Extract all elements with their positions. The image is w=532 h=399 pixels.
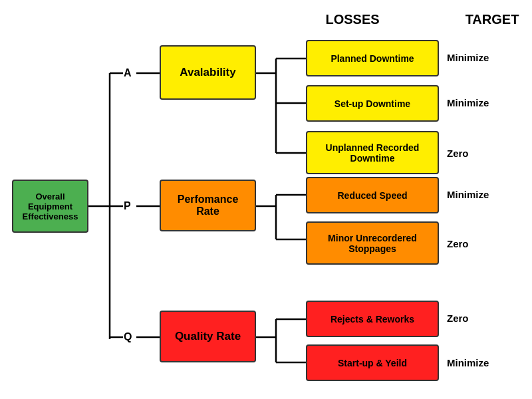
rejects-reworks-box: Rejects & Reworks (306, 301, 439, 337)
reduced-speed-box: Reduced Speed (306, 177, 439, 213)
losses-header: LOSSES (306, 12, 399, 27)
unplanned-downtime-box: Unplanned Recorded Downtime (306, 131, 439, 174)
diagram: LOSSES TARGET Overall Equipment Effectiv… (0, 0, 532, 399)
setup-downtime-target: Minimize (447, 97, 489, 108)
quality-box: Quality Rate (160, 311, 256, 362)
availability-box: Avalability (160, 45, 256, 100)
minor-stoppages-box: Minor Unrecordered Stoppages (306, 221, 439, 265)
oee-box: Overall Equipment Effectiveness (12, 180, 88, 233)
branch-a-label: A (124, 67, 132, 79)
performance-box: Perfomance Rate (160, 180, 256, 231)
minor-stoppages-target: Zero (447, 238, 469, 249)
unplanned-downtime-target: Zero (447, 148, 469, 159)
planned-downtime-target: Minimize (447, 52, 489, 63)
planned-downtime-box: Planned Downtime (306, 40, 439, 76)
startup-yeild-target: Minimize (447, 357, 489, 368)
setup-downtime-box: Set-up Downtime (306, 85, 439, 122)
startup-yeild-box: Start-up & Yeild (306, 344, 439, 381)
target-header: TARGET (459, 12, 525, 27)
branch-p-label: P (124, 200, 131, 212)
reduced-speed-target: Minimize (447, 189, 489, 200)
branch-q-label: Q (124, 331, 132, 343)
rejects-reworks-target: Zero (447, 313, 469, 324)
